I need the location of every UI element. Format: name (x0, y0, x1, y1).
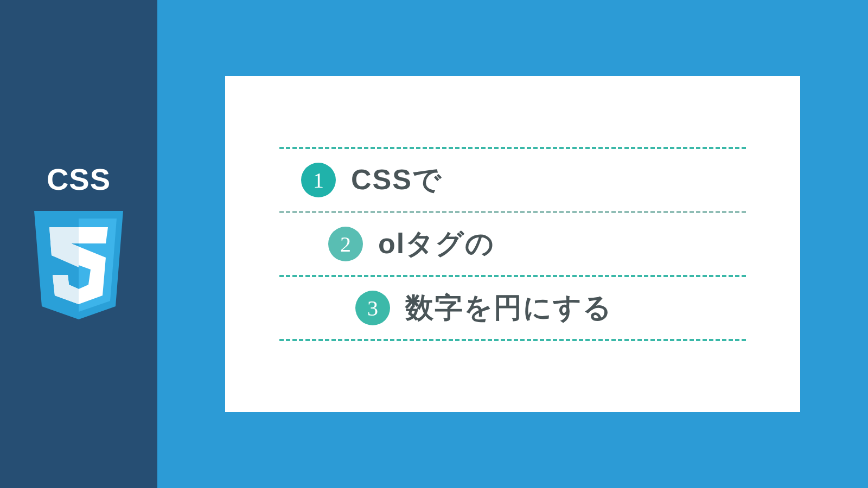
css3-shield-icon (30, 211, 127, 327)
list-number-badge: 3 (355, 291, 390, 325)
content-card: 1 CSSで 2 olタグの 3 数字を円にする (225, 76, 800, 412)
list-item: 3 数字を円にする (279, 275, 746, 341)
ordered-list: 1 CSSで 2 olタグの 3 数字を円にする (279, 147, 746, 341)
css-label: CSS (47, 162, 111, 197)
list-number-badge: 2 (328, 227, 363, 261)
main-area: 1 CSSで 2 olタグの 3 数字を円にする (157, 0, 868, 488)
sidebar: CSS (0, 0, 157, 488)
list-item-text: 数字を円にする (405, 289, 612, 327)
list-item: 2 olタグの (279, 211, 746, 275)
list-number-badge: 1 (301, 163, 336, 197)
list-item-text: CSSで (351, 161, 442, 199)
list-item: 1 CSSで (279, 147, 746, 211)
list-item-text: olタグの (378, 225, 495, 263)
